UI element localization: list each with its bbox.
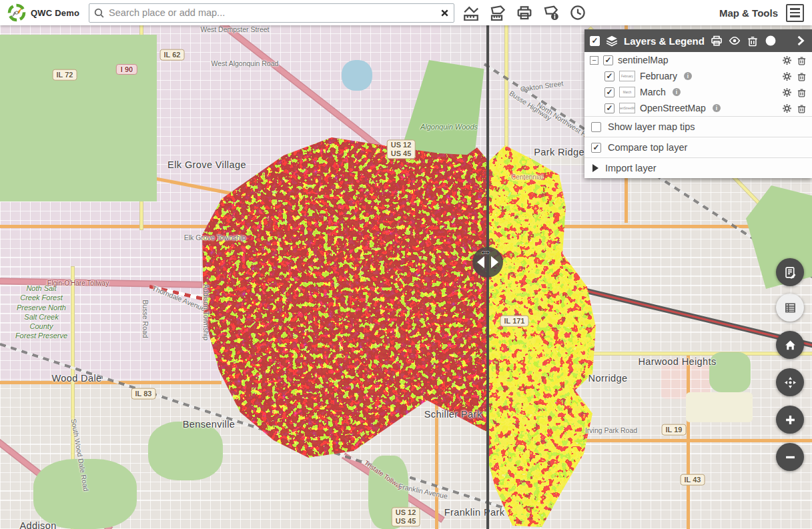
option-label: Show layer map tips: [608, 121, 695, 132]
plus-icon: [784, 414, 797, 426]
layer-label: March: [640, 87, 666, 97]
print-button[interactable]: [516, 4, 533, 21]
attribute-table-button[interactable]: [776, 294, 804, 322]
panel-master-checkbox[interactable]: [590, 36, 600, 46]
layer-label: February: [640, 71, 677, 81]
layer-label: sentinelMap: [618, 55, 669, 65]
app-logo[interactable]: QWC Demo: [0, 3, 89, 23]
print-icon: [516, 5, 532, 21]
toolbar: [462, 4, 586, 21]
map-tools-label: Map & Tools: [719, 7, 778, 19]
collapse-group-icon[interactable]: −: [590, 56, 598, 65]
march-raster: [488, 145, 596, 527]
slider-left-arrow-icon: [477, 256, 484, 268]
layer-row-march[interactable]: March March i: [584, 84, 812, 100]
visibility-icon[interactable]: [729, 35, 741, 47]
locate-button[interactable]: [776, 368, 804, 396]
measure-area-icon: [490, 5, 506, 21]
expand-arrow-icon: [592, 164, 598, 172]
layer-info-icon[interactable]: i: [684, 72, 692, 80]
home-icon: [784, 339, 797, 352]
option-label: Compare top layer: [608, 142, 687, 153]
layer-row-sentinelmap[interactable]: − sentinelMap: [584, 52, 812, 68]
feature-info-button[interactable]: [542, 4, 560, 21]
annotations-button[interactable]: [776, 258, 804, 286]
clock-icon: [570, 5, 586, 21]
layer-delete-icon[interactable]: [797, 71, 807, 81]
import-layer-expander[interactable]: Import layer: [584, 157, 812, 178]
time-button[interactable]: [569, 4, 586, 21]
layers-panel-header: Layers & Legend: [584, 29, 812, 52]
layer-settings-icon[interactable]: [782, 55, 792, 65]
collapse-panel-icon[interactable]: [795, 35, 807, 47]
layer-row-february[interactable]: February February i: [584, 68, 812, 84]
qwc-logo-icon: [7, 3, 27, 23]
search-bar: [89, 3, 454, 23]
feature-info-icon: [543, 5, 559, 21]
layer-settings-icon[interactable]: [782, 71, 792, 81]
layer-thumbnail: OpenStreetMap: [619, 103, 635, 113]
zoom-out-button[interactable]: [776, 443, 804, 471]
home-button[interactable]: [776, 331, 804, 359]
layer-settings-icon[interactable]: [782, 87, 792, 97]
compare-slider-handle[interactable]: [472, 247, 503, 278]
sentinelmap-checkbox[interactable]: [603, 55, 613, 65]
compare-layer-checkbox[interactable]: [591, 143, 601, 153]
minus-icon: [784, 451, 797, 464]
layer-delete-icon[interactable]: [797, 55, 807, 65]
february-raster: [202, 137, 488, 458]
openstreetmap-checkbox[interactable]: [604, 103, 615, 113]
panel-title: Layers & Legend: [624, 35, 705, 47]
top-bar: QWC Demo Map & Tools: [0, 0, 812, 25]
slider-right-arrow-icon: [491, 256, 498, 268]
search-clear-icon[interactable]: [440, 8, 450, 18]
option-show-map-tips[interactable]: Show layer map tips: [584, 116, 812, 137]
layer-label: OpenStreetMap: [640, 103, 706, 113]
search-input[interactable]: [109, 7, 440, 18]
locate-icon: [784, 376, 797, 389]
info-icon[interactable]: [765, 35, 777, 47]
qwc-app: { "app": { "logo_text": "QWC Demo", "men…: [0, 0, 812, 529]
option-compare-top-layer[interactable]: Compare top layer: [584, 137, 812, 157]
february-checkbox[interactable]: [604, 71, 615, 81]
layer-thumbnail: March: [619, 87, 635, 97]
measure-area-button[interactable]: [489, 4, 506, 21]
menu-button[interactable]: [786, 4, 804, 22]
layer-info-icon[interactable]: i: [713, 104, 721, 112]
layer-thumbnail: February: [619, 71, 635, 81]
note-edit-icon: [784, 266, 797, 279]
layers-icon: [606, 35, 618, 47]
search-icon: [93, 7, 105, 19]
layer-settings-icon[interactable]: [782, 103, 792, 113]
measure-line-icon: [463, 5, 479, 21]
layers-panel: Layers & Legend − sentinelMap February F…: [584, 29, 812, 178]
layer-info-icon[interactable]: i: [673, 88, 681, 96]
map-tips-checkbox[interactable]: [591, 122, 601, 132]
remove-all-icon[interactable]: [747, 35, 759, 47]
layer-row-openstreetmap[interactable]: OpenStreetMap OpenStreetMap i: [584, 100, 812, 116]
zoom-in-button[interactable]: [776, 406, 804, 434]
layer-delete-icon[interactable]: [797, 103, 807, 113]
measure-line-button[interactable]: [462, 4, 480, 21]
layer-delete-icon[interactable]: [797, 87, 807, 97]
app-title: QWC Demo: [31, 8, 79, 18]
print-legend-icon[interactable]: [711, 35, 723, 47]
march-checkbox[interactable]: [604, 87, 615, 97]
table-icon: [784, 302, 797, 314]
import-layer-label: Import layer: [605, 163, 657, 173]
